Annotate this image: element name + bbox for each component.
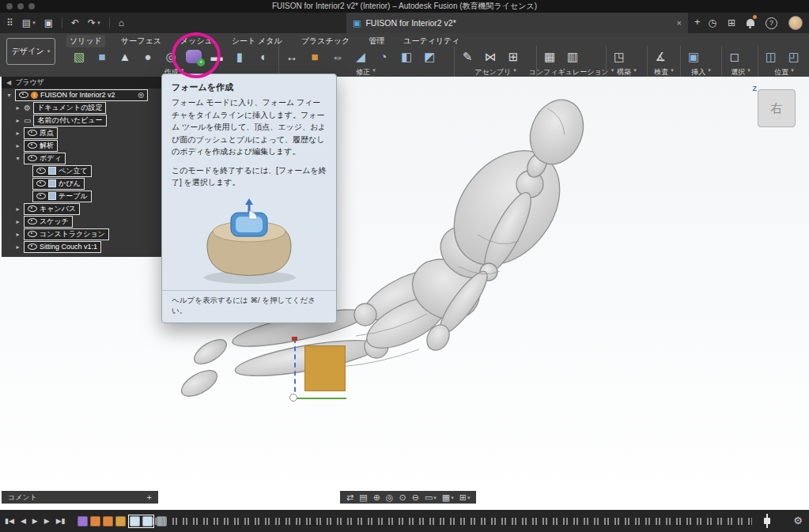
visibility-eye-icon[interactable] (36, 193, 46, 199)
viewports-icon[interactable]: ⊞▾ (459, 493, 471, 502)
insert-canvas-icon[interactable]: ▣ (684, 46, 703, 66)
home-icon[interactable]: ⌂ (119, 17, 124, 28)
timeline-position-marker[interactable] (766, 514, 768, 528)
configuration-table-icon[interactable]: ▥ (563, 46, 582, 66)
expand-arrow-icon[interactable]: ▸ (14, 117, 21, 124)
combine-icon[interactable]: ◧ (397, 46, 416, 66)
browser-row[interactable]: ▸▭名前の付いたビュー (2, 114, 163, 126)
display-settings-icon[interactable]: ▭▾ (425, 493, 437, 502)
visibility-eye-icon[interactable] (28, 243, 37, 250)
cylinder-primitive-icon[interactable]: ▮ (230, 46, 249, 66)
browser-item[interactable]: ドキュメントの設定 (33, 102, 106, 114)
step-forward-button[interactable]: ▶ (44, 517, 50, 525)
browser-item[interactable]: !FUISON for Interior2 v2◎ (15, 89, 148, 101)
browser-item[interactable]: テーブル (32, 191, 92, 202)
browser-item[interactable]: キャンバス (24, 203, 80, 215)
visibility-eye-icon[interactable] (28, 218, 37, 224)
capture-position-icon[interactable]: ◫ (762, 46, 781, 66)
split-body-icon[interactable]: ◩ (420, 46, 439, 66)
visibility-eye-icon[interactable] (36, 180, 46, 187)
view-history-icon[interactable]: ⇄ (346, 493, 353, 502)
browser-item[interactable]: コンストラクション (24, 228, 109, 240)
browser-row[interactable]: ▸⚙ドキュメントの設定 (2, 101, 163, 114)
zoom-icon[interactable]: ⊖ (412, 493, 419, 502)
collapse-arrow-icon[interactable]: ▾ (6, 92, 13, 99)
timeline-ticks[interactable] (152, 518, 752, 525)
create-sketch-icon[interactable]: ▧ (70, 46, 89, 66)
close-window-icon[interactable] (6, 3, 13, 9)
visibility-eye-icon[interactable] (28, 142, 37, 149)
sphere-primitive-icon[interactable]: ● (138, 46, 157, 66)
browser-item[interactable]: スケッチ (24, 216, 73, 228)
browser-row[interactable]: ▸コンストラクション (2, 228, 163, 240)
timeline-settings-gear-icon[interactable]: ⚙ (793, 515, 803, 526)
step-back-button[interactable]: ◀ (21, 517, 26, 525)
pipe-primitive-icon[interactable]: ◖ (253, 46, 272, 66)
user-avatar[interactable] (788, 16, 803, 30)
activate-component-icon[interactable]: ◎ (138, 91, 144, 99)
undo-button[interactable]: ↶ (71, 17, 79, 28)
construction-plane-icon[interactable]: ◳ (610, 46, 629, 66)
configure-icon[interactable]: ▦ (540, 46, 559, 66)
go-to-end-button[interactable]: ▶▮ (56, 517, 66, 525)
shell-icon[interactable]: ◔ (374, 46, 393, 66)
collapse-arrow-icon[interactable]: ▾ (14, 155, 21, 162)
feature-marker[interactable] (90, 516, 100, 526)
visibility-eye-icon[interactable] (28, 155, 37, 161)
fillet-icon[interactable]: ◢ (351, 46, 370, 66)
browser-header[interactable]: ◀ ブラウザ (2, 77, 163, 89)
visibility-eye-icon[interactable] (28, 206, 37, 212)
go-to-start-button[interactable]: ▮◀ (5, 517, 14, 525)
extensions-icon[interactable]: ⊞ (728, 17, 735, 28)
new-tab-button[interactable]: + (694, 16, 701, 28)
visibility-eye-icon[interactable] (28, 130, 37, 136)
browser-row[interactable]: ペン立て (2, 164, 163, 177)
browser-row[interactable]: ▾ボディ (2, 152, 163, 164)
box-primitive-icon[interactable]: ■ (93, 46, 112, 66)
maximize-window-icon[interactable] (28, 3, 35, 9)
revert-position-icon[interactable]: ◰ (784, 46, 803, 66)
visibility-eye-icon[interactable] (19, 92, 28, 98)
play-button[interactable]: ▶ (32, 517, 38, 525)
sketch-origin-point[interactable] (289, 394, 297, 402)
expand-arrow-icon[interactable]: ▸ (14, 243, 21, 251)
feature-marker[interactable] (115, 516, 126, 526)
visibility-eye-icon[interactable] (28, 231, 37, 237)
form-feature-marker[interactable] (77, 516, 88, 526)
document-tab[interactable]: ▣ FUISON for Interior2 v2* × (346, 13, 688, 33)
workspace-selector[interactable]: デザイン ▾ (6, 38, 55, 65)
expand-arrow-icon[interactable]: ▸ (14, 142, 21, 149)
measure-icon[interactable]: ∡ (651, 46, 670, 66)
browser-item[interactable]: Sitting Couch v1:1 (24, 241, 101, 253)
browser-row[interactable]: テーブル (2, 190, 163, 202)
file-menu-button[interactable]: ▤▾ (22, 17, 36, 28)
expand-arrow-icon[interactable]: ▸ (14, 206, 21, 213)
browser-item[interactable]: 原点 (24, 127, 58, 139)
rigid-group-icon[interactable]: ⊞ (504, 46, 523, 66)
browser-row[interactable]: ▸Sitting Couch v1:1 (2, 240, 163, 253)
browser-item[interactable]: ペン立て (32, 165, 92, 177)
browser-row[interactable]: ▸解析 (2, 139, 163, 152)
help-button[interactable]: ? (766, 17, 777, 29)
orbit-icon[interactable]: ◎ (386, 493, 394, 502)
browser-item[interactable]: 名前の付いたビュー (33, 115, 106, 126)
visibility-eye-icon[interactable] (36, 168, 46, 174)
browser-row[interactable]: かびん (2, 177, 163, 190)
sketch-rectangle[interactable] (304, 345, 346, 391)
job-status-icon[interactable]: ◷ (708, 17, 716, 28)
grid-settings-icon[interactable]: ▦▾ (442, 493, 454, 502)
browser-row[interactable]: ▸キャンバス (2, 202, 163, 215)
joint-icon[interactable]: ⋈ (481, 46, 500, 66)
move-icon[interactable]: ↔ (282, 46, 301, 66)
save-button[interactable]: ▣ (44, 17, 53, 28)
expand-arrow-icon[interactable]: ▸ (14, 231, 21, 238)
offset-face-icon[interactable]: ⇔ (328, 46, 347, 66)
file-thumbnail-icon[interactable]: ▤ (359, 493, 367, 502)
select-window-icon[interactable]: ◻ (725, 46, 744, 66)
browser-item[interactable]: ボディ (24, 153, 66, 164)
window-controls[interactable] (6, 3, 35, 9)
look-at-icon[interactable]: ⊙ (399, 493, 406, 502)
redo-button[interactable]: ↷▾ (88, 17, 100, 28)
press-pull-icon[interactable]: ■ (305, 46, 324, 66)
feature-marker[interactable] (103, 516, 113, 526)
